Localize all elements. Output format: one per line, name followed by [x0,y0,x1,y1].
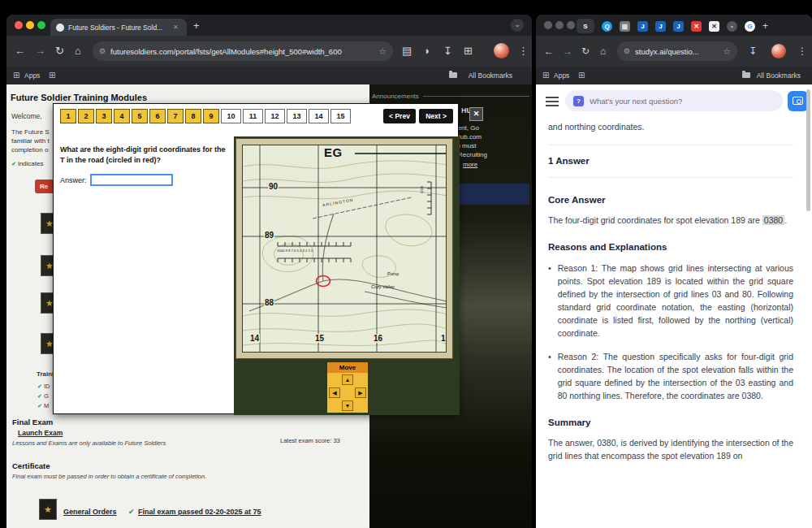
lesson-tab-10[interactable]: 10 [221,109,241,123]
globe-icon[interactable]: ◑ [423,45,430,56]
apps-grid-icon[interactable]: ⊞ [13,71,19,80]
bookmark-star-icon[interactable]: ☆ [378,46,387,57]
new-tab-icon[interactable]: + [762,21,768,32]
lesson-tab-14[interactable]: 14 [309,109,329,123]
move-right-button[interactable]: ▶ [355,387,366,398]
intro-line: familiar with t [11,137,50,145]
lesson-tab-1[interactable]: 1 [60,109,76,123]
lesson-tab-4[interactable]: 4 [114,109,130,123]
all-bookmarks-label[interactable]: All Bookmarks [757,71,801,80]
tab-search-icon[interactable]: ⌄ [511,19,524,32]
launch-exam-link[interactable]: Launch Exam [18,429,63,437]
bookmark-star-icon[interactable]: ☆ [723,46,731,57]
lesson-tab-3[interactable]: 3 [96,109,112,123]
map-move-control: Move ▲ ◀ ▶ ▼ [327,362,368,413]
prev-button[interactable]: < Prev [383,109,416,123]
camera-search-button[interactable] [788,91,808,111]
site-settings-icon[interactable]: ⚙ [99,47,106,55]
northing-label: 90 [268,182,279,191]
downloads-icon[interactable]: ↧ [443,45,452,56]
move-up-button[interactable]: ▲ [342,374,353,385]
titlebar: Future Soldiers - Future Sold... ✕ + ⌄ [6,15,532,36]
reason-2-text: Reason 2: The question specifically asks… [558,350,793,402]
browser-tab[interactable]: ✕ [691,21,702,32]
lesson-tab-13[interactable]: 13 [287,109,307,123]
kebab-menu-icon[interactable]: ⋮ [797,46,807,57]
browser-tab[interactable]: J [673,21,684,32]
browser-tab[interactable]: J [637,21,648,32]
answer-article: and northing coordinates. 1 Answer Core … [548,117,793,462]
lesson-tab-9[interactable]: 9 [203,109,219,123]
folder-icon [449,72,457,78]
move-left-button[interactable]: ◀ [329,387,340,398]
final-passed-link[interactable]: Final exam passed 02-20-2025 at 75 [138,508,261,516]
profile-avatar[interactable] [771,44,786,58]
browser-tab[interactable]: • [727,21,737,32]
topo-map: EG 90 89 88 14 15 16 1 ARLINGTON Pump Co… [242,145,447,353]
announcement-more-link[interactable]: more [463,161,477,168]
traffic-zoom-icon[interactable] [567,21,575,29]
traffic-minimize-icon[interactable] [555,21,564,29]
bookmark-apps-label[interactable]: Apps [554,71,569,80]
question-search-bar[interactable]: ? [565,90,783,111]
page-title: Future Soldier Training Modules [11,93,147,102]
site-settings-icon[interactable]: ⚙ [624,47,630,55]
home-icon[interactable]: ⌂ [75,45,81,56]
browser-tab[interactable]: Future Soldiers - Future Sold... ✕ [50,19,187,36]
map-frame: EG 90 89 88 14 15 16 1 ARLINGTON Pump Co… [235,138,453,359]
scrollbar-thumb[interactable] [806,89,810,211]
navbar: ← → ↻ ⌂ ⚙ futuresoldiers.com/portal/fsts… [6,36,532,67]
url-text[interactable]: futuresoldiers.com/portal/fsts/getAllMod… [110,47,374,56]
bookmark-apps-label[interactable]: Apps [24,71,40,80]
general-orders-link[interactable]: General Orders [63,508,117,516]
search-input[interactable] [590,97,775,106]
lesson-tab-15[interactable]: 15 [330,109,351,123]
browser-tab[interactable]: Q [602,21,612,32]
back-icon[interactable]: ← [544,46,554,57]
reload-icon[interactable]: ↻ [581,46,590,57]
hamburger-menu-icon[interactable] [546,97,559,109]
forward-icon[interactable]: → [563,46,572,57]
browser-tab[interactable]: S [577,19,594,33]
lesson-tab-12[interactable]: 12 [265,109,285,123]
extensions-icon[interactable]: ⊞ [464,45,473,56]
next-button[interactable]: Next > [419,109,453,123]
browser-tab[interactable]: J [655,21,666,32]
address-bar[interactable]: ⚙ futuresoldiers.com/portal/fsts/getAllM… [93,41,393,61]
kebab-menu-icon[interactable]: ⋮ [518,45,529,56]
check-icon: ✔ [37,403,42,409]
traffic-minimize-icon[interactable] [26,21,34,29]
lesson-tab-7[interactable]: 7 [167,109,184,123]
apps-grid-icon[interactable]: ⊞ [578,71,585,80]
lesson-tab-8[interactable]: 8 [185,109,201,123]
northing-label: 89 [264,231,274,240]
lesson-tab-11[interactable]: 11 [243,109,263,123]
modal-close-button[interactable]: ✕ [469,107,483,121]
browser-tab[interactable]: ▦ [620,21,630,32]
address-bar[interactable]: ⚙ studyx.ai/questio... ☆ [617,41,737,61]
answer-input[interactable] [90,174,173,186]
url-text[interactable]: studyx.ai/questio... [635,47,718,56]
home-icon[interactable]: ⌂ [600,46,606,57]
browser-tab[interactable]: ✕ [709,21,719,32]
traffic-close-icon[interactable] [544,21,552,29]
apps-grid-icon[interactable]: ⊞ [542,71,549,80]
downloads-icon[interactable]: ↧ [749,46,757,57]
reload-icon[interactable]: ↻ [55,45,64,56]
traffic-close-icon[interactable] [15,21,23,29]
forward-icon[interactable]: → [35,45,45,56]
lesson-tab-5[interactable]: 5 [132,109,148,123]
apps-grid-icon[interactable]: ⊞ [49,71,55,80]
tab-close-icon[interactable]: ✕ [173,24,179,31]
lesson-tab-2[interactable]: 2 [78,109,94,123]
all-bookmarks-label[interactable]: All Bookmarks [469,71,512,80]
lesson-tab-6[interactable]: 6 [149,109,166,123]
place-label-cozy-valley: Cozy Valley [371,284,395,289]
new-tab-icon[interactable]: + [193,20,200,31]
traffic-zoom-icon[interactable] [37,21,45,29]
back-icon[interactable]: ← [15,45,25,56]
profile-avatar[interactable] [494,43,509,58]
move-down-button[interactable]: ▼ [342,400,353,411]
browser-tab[interactable]: G [745,21,755,32]
side-panel-icon[interactable]: ▤ [402,45,412,56]
